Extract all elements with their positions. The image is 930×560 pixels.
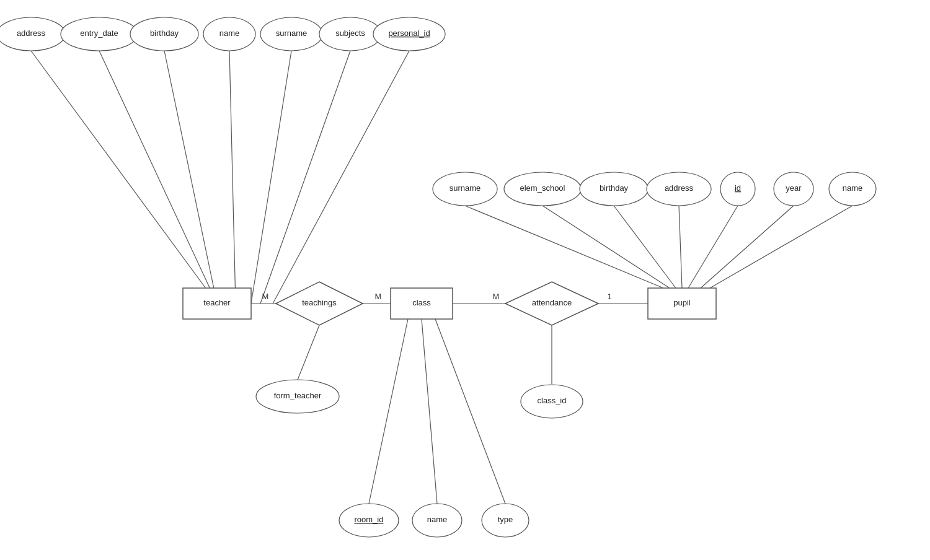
attr-birthday-pupil-label: birthday: [600, 183, 629, 193]
card-teacher-teachings: M: [262, 292, 269, 301]
attr-name-pupil-label: name: [843, 183, 863, 193]
attr-personal-id-label: personal_id: [388, 28, 430, 38]
svg-line-14: [679, 206, 682, 288]
svg-line-12: [542, 206, 670, 288]
svg-line-17: [710, 206, 852, 288]
attr-form-teacher-label: form_teacher: [274, 391, 322, 400]
attr-address-pupil-label: address: [665, 183, 694, 193]
attr-address-teacher-label: address: [17, 28, 46, 38]
entity-pupil-label: pupil: [673, 298, 691, 307]
attr-id-pupil-label: id: [735, 183, 741, 193]
svg-line-16: [701, 206, 794, 288]
card-attendance-pupil: 1: [607, 292, 611, 301]
card-teachings-class: M: [375, 292, 382, 301]
attr-elem-school-label: elem_school: [520, 183, 565, 193]
svg-line-21: [422, 319, 437, 504]
svg-line-6: [273, 51, 409, 304]
relation-teachings-label: teachings: [302, 298, 337, 307]
svg-line-13: [614, 206, 676, 288]
entity-class-label: class: [412, 298, 431, 307]
svg-line-18: [298, 325, 319, 380]
attr-subjects-label: subjects: [335, 28, 365, 38]
svg-line-20: [369, 319, 408, 504]
attr-name-class-label: name: [427, 515, 448, 524]
svg-line-4: [251, 51, 291, 304]
attr-name-teacher-label: name: [219, 28, 240, 38]
attr-surname-pupil-label: surname: [450, 183, 481, 193]
entity-teacher-label: teacher: [203, 298, 231, 307]
er-diagram: address entry_date birthday name surname…: [0, 0, 930, 560]
svg-line-3: [229, 51, 236, 304]
attr-entry-date-label: entry_date: [80, 28, 118, 38]
relation-attendance-label: attendance: [532, 298, 572, 307]
svg-line-22: [435, 319, 505, 504]
attr-year-pupil-label: year: [786, 183, 802, 193]
attr-birthday-teacher-label: birthday: [150, 28, 179, 38]
svg-line-0: [31, 51, 217, 304]
attr-type-class-label: type: [498, 515, 513, 524]
svg-line-1: [99, 51, 217, 304]
attr-room-id-label: room_id: [355, 515, 384, 524]
svg-line-15: [688, 206, 738, 288]
attr-class-id-label: class_id: [538, 396, 567, 405]
card-class-attendance: M: [493, 292, 500, 301]
svg-line-2: [164, 51, 217, 304]
attr-surname-teacher-label: surname: [276, 28, 308, 38]
svg-line-11: [465, 206, 663, 288]
svg-line-5: [260, 51, 350, 304]
